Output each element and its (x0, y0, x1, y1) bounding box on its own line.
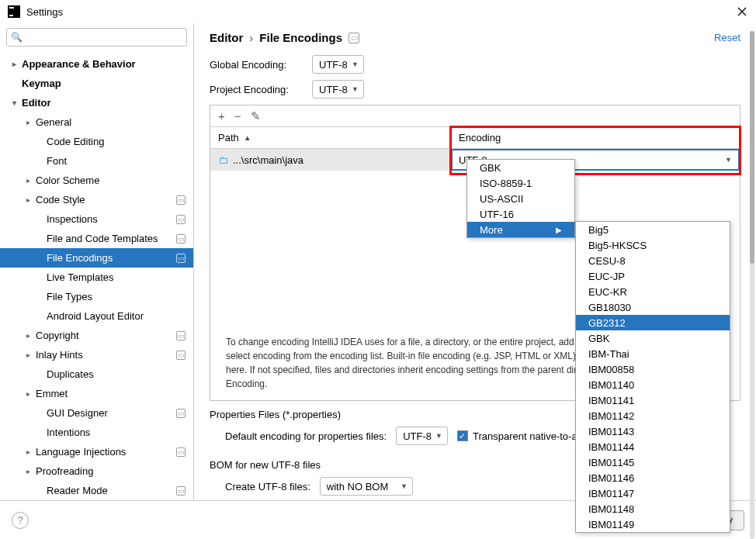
sidebar-item[interactable]: File and Code Templates▭ (0, 229, 193, 248)
sidebar-item-label: Reader Mode (47, 485, 108, 496)
encoding-more-dropdown[interactable]: Big5Big5-HKSCSCESU-8EUC-JPEUC-KRGB18030G… (575, 221, 730, 533)
breadcrumb-parent[interactable]: Editor (210, 31, 243, 44)
dropdown-item[interactable]: More▶ (467, 222, 574, 237)
sidebar-item[interactable]: ▸Proofreading (0, 461, 193, 481)
sidebar-item[interactable]: Font (0, 151, 193, 171)
sidebar-item[interactable]: Code Editing (0, 132, 193, 151)
sidebar: 🔍 ▸Appearance & BehaviorKeymap▾Editor▸Ge… (0, 23, 194, 500)
sidebar-item[interactable]: GUI Designer▭ (0, 403, 193, 423)
sidebar-item-label: Live Templates (47, 271, 113, 283)
dropdown-item[interactable]: IBM-Thai (576, 346, 730, 361)
sidebar-item-label: Editor (22, 97, 51, 109)
project-encoding-label: Project Encoding: (210, 84, 303, 95)
sidebar-item-label: Emmet (36, 388, 68, 399)
create-utf8-combo[interactable]: with NO BOM (320, 477, 413, 496)
dropdown-item[interactable]: EUC-KR (576, 284, 730, 299)
sidebar-item-label: File and Code Templates (47, 233, 158, 244)
sidebar-item[interactable]: ▸Copyright▭ (0, 326, 193, 345)
dropdown-item[interactable]: UTF-16 (467, 206, 574, 222)
svg-rect-1 (9, 7, 14, 9)
sidebar-item[interactable]: Live Templates (0, 268, 193, 287)
sidebar-item-label: File Types (47, 291, 92, 302)
sidebar-item-label: Code Editing (47, 136, 104, 147)
reset-button[interactable]: Reset (714, 32, 740, 43)
sidebar-item[interactable]: Android Layout Editor (0, 306, 193, 326)
search-input-wrap[interactable]: 🔍 (6, 28, 187, 47)
sidebar-item[interactable]: ▸Emmet (0, 384, 193, 403)
sidebar-item[interactable]: ▸Code Style▭ (0, 190, 193, 209)
chevron-right-icon: ▸ (23, 331, 33, 340)
sidebar-item[interactable]: Reader Mode▭ (0, 481, 193, 500)
sidebar-item[interactable]: ▸Color Scheme (0, 171, 193, 190)
sidebar-item-label: Intentions (47, 427, 90, 438)
dropdown-item[interactable]: IBM01148 (576, 501, 730, 517)
sidebar-item[interactable]: Keymap (0, 74, 193, 93)
dropdown-item[interactable]: ISO-8859-1 (467, 175, 574, 191)
scope-badge-icon: ▭ (176, 234, 186, 244)
dropdown-item[interactable]: Big5-HKSCS (576, 237, 730, 253)
default-props-encoding-combo[interactable]: UTF-8 (396, 427, 448, 445)
sidebar-item[interactable]: ▸Language Injections▭ (0, 442, 193, 461)
sidebar-item-label: Proofreading (36, 465, 93, 477)
chevron-right-icon: › (249, 31, 253, 44)
sidebar-item-label: General (36, 116, 71, 128)
dropdown-item[interactable]: IBM01146 (576, 470, 730, 485)
dropdown-item[interactable]: IBM01144 (576, 439, 730, 454)
dropdown-item[interactable]: EUC-JP (576, 268, 730, 284)
dropdown-item[interactable]: IBM01141 (576, 392, 730, 408)
sidebar-item[interactable]: File Types (0, 287, 193, 306)
dropdown-item[interactable]: GB18030 (576, 299, 730, 315)
sidebar-item[interactable]: ▸General (0, 112, 193, 132)
sidebar-item-label: Keymap (22, 78, 61, 89)
sidebar-item[interactable]: ▸Appearance & Behavior (0, 54, 193, 74)
sidebar-item-label: Language Injections (36, 446, 126, 458)
close-icon[interactable] (736, 5, 748, 18)
help-button[interactable]: ? (12, 512, 29, 529)
dropdown-item[interactable]: CESU-8 (576, 253, 730, 268)
sidebar-item[interactable]: Inspections▭ (0, 209, 193, 229)
sort-asc-icon: ▲ (244, 133, 251, 142)
search-input[interactable] (6, 28, 187, 47)
table-toolbar: + − ✎ (210, 105, 740, 127)
sidebar-item-label: Inlay Hints (36, 349, 83, 361)
dropdown-item[interactable]: IBM00858 (576, 361, 730, 377)
encoding-dropdown[interactable]: GBKISO-8859-1US-ASCIIUTF-16More▶ (466, 159, 575, 238)
sidebar-item[interactable]: ▸Inlay Hints▭ (0, 345, 193, 365)
cell-path: 🗀 ...\src\main\java (210, 149, 451, 171)
dropdown-item[interactable]: US-ASCII (467, 191, 574, 206)
sidebar-item[interactable]: Duplicates (0, 365, 193, 384)
global-encoding-label: Global Encoding: (210, 59, 303, 71)
column-encoding-header[interactable]: Encoding (451, 127, 740, 149)
project-encoding-combo[interactable]: UTF-8 (312, 80, 364, 98)
add-icon[interactable]: + (218, 109, 225, 123)
chevron-right-icon: ▸ (9, 60, 19, 68)
sidebar-item-label: Inspections (47, 213, 98, 225)
sidebar-item[interactable]: ▾Editor (0, 93, 193, 112)
default-props-encoding-label: Default encoding for properties files: (225, 430, 387, 442)
title-bar: Settings (0, 0, 756, 23)
edit-icon[interactable]: ✎ (251, 109, 261, 123)
scope-badge-icon: ▭ (176, 486, 186, 496)
sidebar-item[interactable]: Intentions (0, 423, 193, 442)
sidebar-item[interactable]: File Encodings▭ (0, 248, 193, 268)
dropdown-item[interactable]: GBK (576, 330, 730, 346)
dropdown-item[interactable]: IBM01149 (576, 517, 730, 532)
remove-icon[interactable]: − (234, 109, 241, 123)
global-encoding-combo[interactable]: UTF-8 (312, 55, 364, 74)
sidebar-item-label: File Encodings (47, 252, 113, 264)
sidebar-item-label: Color Scheme (36, 174, 99, 186)
dropdown-item[interactable]: IBM01142 (576, 408, 730, 423)
dropdown-item[interactable]: GBK (467, 160, 574, 175)
search-icon: 🔍 (11, 32, 23, 43)
dropdown-item[interactable]: GB2312 (576, 315, 730, 330)
scope-badge-icon: ▭ (176, 409, 186, 418)
breadcrumb: Editor › File Encodings ▭ Reset (210, 31, 740, 44)
chevron-right-icon: ▸ (23, 351, 33, 359)
column-path-header[interactable]: Path▲ (210, 127, 451, 149)
dropdown-item[interactable]: IBM01143 (576, 423, 730, 439)
dropdown-item[interactable]: IBM01147 (576, 485, 730, 501)
sidebar-item-label: Code Style (36, 194, 85, 206)
dropdown-item[interactable]: Big5 (576, 222, 730, 237)
dropdown-item[interactable]: IBM01145 (576, 454, 730, 470)
dropdown-item[interactable]: IBM01140 (576, 377, 730, 392)
